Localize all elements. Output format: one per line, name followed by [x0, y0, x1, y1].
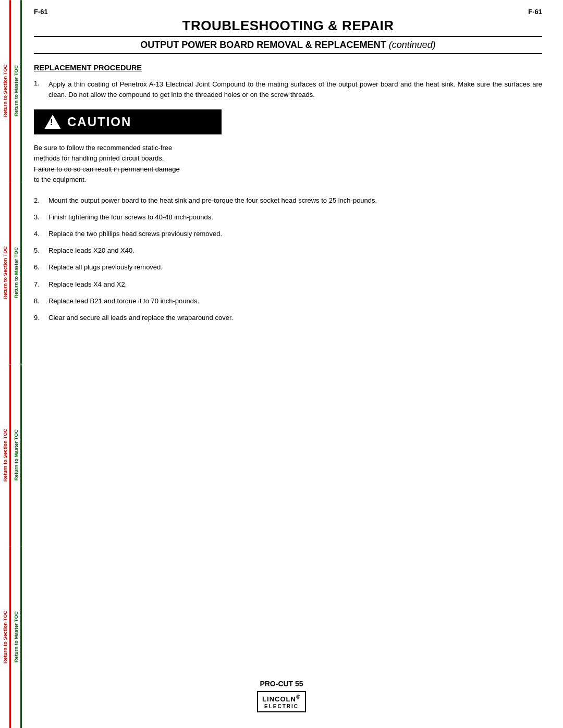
brand-lincoln: LINCOLN® — [262, 694, 301, 704]
step-1: 1. Apply a thin coating of Penetrox A-13… — [34, 79, 542, 100]
sidebar-section-toc-3[interactable]: Return to Section TOC — [0, 364, 11, 546]
main-title: TROUBLESHOOTING & REPAIR — [34, 18, 542, 34]
sidebar-master-toc-2[interactable]: Return to Master TOC — [11, 182, 22, 364]
step-text: Mount the output power board to the heat… — [48, 195, 542, 206]
step-text: Replace leads X20 and X40. — [48, 245, 542, 256]
step-num: 5. — [34, 245, 48, 256]
step-text: Replace leads X4 and X2. — [48, 279, 542, 290]
main-content: F-61 F-61 TROUBLESHOOTING & REPAIR OUTPU… — [23, 0, 553, 339]
step-num: 9. — [34, 313, 48, 323]
step-num: 7. — [34, 279, 48, 290]
step-text: Replace all plugs previously removed. — [48, 262, 542, 273]
sidebar-master-toc-3[interactable]: Return to Master TOC — [11, 364, 22, 546]
caution-line2: methods for handling printed circuit boa… — [34, 154, 164, 162]
product-name: PRO-CUT 55 — [260, 680, 303, 688]
page-number-left: F-61 — [34, 8, 48, 16]
caution-line4: to the equipment. — [34, 176, 86, 183]
sidebar-master-toc-1[interactable]: Return to Master TOC — [11, 0, 22, 182]
caution-line1: Be sure to follow the recommended static… — [34, 144, 172, 152]
sidebar-col-red: Return to Section TOC Return to Section … — [0, 0, 11, 728]
section-heading: REPLACEMENT PROCEDURE — [34, 64, 542, 72]
list-item: 3. Finish tightening the four screws to … — [34, 212, 542, 223]
page-number-line: F-61 F-61 — [34, 8, 542, 16]
list-item: 7. Replace leads X4 and X2. — [34, 279, 542, 290]
page-footer: PRO-CUT 55 LINCOLN® ELECTRIC — [0, 680, 563, 712]
page-number-right: F-61 — [528, 8, 542, 16]
step-text: Clear and secure all leads and replace t… — [48, 313, 542, 323]
brand-electric: ELECTRIC — [264, 704, 299, 710]
steps-list: 2. Mount the output power board to the h… — [34, 195, 542, 323]
list-item: 8. Replace lead B21 and torque it to 70 … — [34, 296, 542, 306]
step-1-text: Apply a thin coating of Penetrox A-13 El… — [48, 79, 542, 100]
sidebar-col-green: Return to Master TOC Return to Master TO… — [11, 0, 22, 728]
step-num: 6. — [34, 262, 48, 273]
subtitle-continued: (continued) — [389, 40, 436, 50]
step-num: 2. — [34, 195, 48, 206]
list-item: 9. Clear and secure all leads and replac… — [34, 313, 542, 323]
caution-triangle-icon — [44, 115, 61, 129]
step-1-num: 1. — [34, 79, 48, 100]
step-num: 3. — [34, 212, 48, 223]
subtitle-text: OUTPUT POWER BOARD REMOVAL & REPLACEMENT — [140, 40, 386, 50]
caution-description: Be sure to follow the recommended static… — [34, 143, 542, 185]
list-item: 6. Replace all plugs previously removed. — [34, 262, 542, 273]
step-num: 4. — [34, 229, 48, 239]
sidebar-section-toc-2[interactable]: Return to Section TOC — [0, 182, 11, 364]
step-text: Replace the two phillips head screws pre… — [48, 229, 542, 239]
caution-box: CAUTION — [34, 109, 222, 134]
lincoln-logo: LINCOLN® ELECTRIC — [257, 691, 306, 712]
caution-line3: Failure to do so can result in permanent… — [34, 165, 180, 173]
left-sidebar: Return to Section TOC Return to Section … — [0, 0, 22, 728]
sub-title: OUTPUT POWER BOARD REMOVAL & REPLACEMENT… — [34, 36, 542, 54]
step-num: 8. — [34, 296, 48, 306]
sidebar-section-toc-1[interactable]: Return to Section TOC — [0, 0, 11, 182]
caution-label: CAUTION — [67, 115, 131, 129]
list-item: 4. Replace the two phillips head screws … — [34, 229, 542, 239]
list-item: 2. Mount the output power board to the h… — [34, 195, 542, 206]
list-item: 5. Replace leads X20 and X40. — [34, 245, 542, 256]
step-text: Replace lead B21 and torque it to 70 inc… — [48, 296, 542, 306]
step-text: Finish tightening the four screws to 40-… — [48, 212, 542, 223]
